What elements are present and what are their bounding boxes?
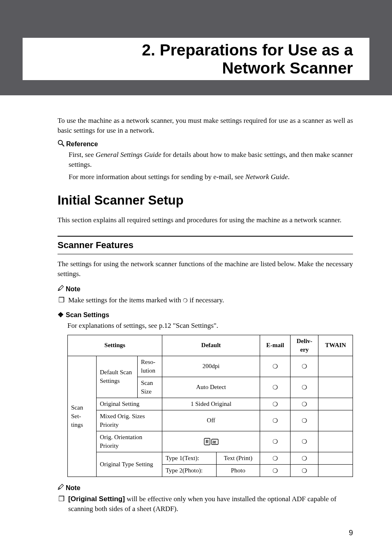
table-row: Mixed Orig. Sizes Priority Off ❍ ❍ (68, 410, 353, 431)
note-body-2: ❒ [Original Setting] will be effective o… (58, 494, 353, 514)
cell-scan-settings: Scan Set-tings (68, 356, 97, 477)
cell-type2-val: Photo (216, 464, 260, 477)
chapter-title-box: 2. Preparations for Use as a Network Sca… (23, 38, 369, 80)
table-row: Original Setting 1 Sided Original ❍ ❍ (68, 398, 353, 410)
square-bullet-icon: ❒ (58, 494, 68, 514)
cell-type1-val: Text (Print) (216, 452, 260, 464)
cell-mark: ❍ (291, 356, 318, 377)
table-row: Original Type Setting Type 1(Text): Text… (68, 452, 353, 464)
orientation-icons-icon: R R (204, 438, 219, 445)
svg-line-1 (62, 144, 64, 146)
cell-default-scan-settings: Default Scan Settings (97, 356, 138, 398)
cell-mark: ❍ (291, 452, 318, 464)
chapter-header-bar: 2. Preparations for Use as a Network Sca… (0, 0, 392, 95)
page-number: 9 (0, 528, 392, 538)
h3-body-text: The settings for using the network scann… (58, 259, 353, 279)
cell-empty (318, 410, 353, 431)
cell-resolution-default: 200dpi (162, 356, 260, 377)
svg-marker-10 (58, 484, 64, 489)
th-settings: Settings (68, 335, 162, 356)
table-row: Scan Set-tings Default Scan Settings Res… (68, 356, 353, 377)
note-label-2: Note (66, 484, 81, 493)
reference-p1: First, see General Settings Guide for de… (69, 150, 353, 170)
cell-mark: ❍ (260, 452, 291, 464)
reference-label: Reference (66, 140, 98, 149)
magnifier-icon (58, 140, 65, 149)
cell-mixed-orig-default: Off (162, 410, 260, 431)
cell-scan-size: Scan Size (138, 377, 162, 398)
section-heading-initial-scanner-setup: Initial Scanner Setup (58, 191, 353, 209)
note-2-text: [Original Setting] will be effective onl… (68, 494, 353, 514)
cell-orig-orientation-default: R R (162, 431, 260, 452)
cell-mixed-orig: Mixed Orig. Sizes Priority (97, 410, 162, 431)
svg-line-3 (59, 289, 60, 290)
table-row: Orig. Orientation Priority R R ❍ ❍ (68, 431, 353, 452)
scan-settings-heading: ❖ Scan Settings (58, 310, 353, 320)
cell-type1-label: Type 1(Text): (162, 452, 217, 464)
reference-p2: For more information about settings for … (69, 172, 353, 182)
h2-body-text: This section explains all required setti… (58, 215, 353, 225)
cell-mark: ❍ (291, 410, 318, 431)
scan-settings-table: Settings Default E-mail Deliv-ery TWAIN … (67, 335, 353, 477)
chapter-title-line-2: Network Scanner (222, 59, 353, 77)
cell-empty (318, 452, 353, 464)
pencil-icon (58, 484, 64, 493)
diamond-icon: ❖ (58, 310, 66, 320)
pencil-icon (58, 285, 64, 294)
th-twain: TWAIN (318, 335, 353, 356)
cell-mark: ❍ (291, 431, 318, 452)
note-1-text: Make settings for the items marked with … (68, 295, 224, 305)
intro-text: To use the machine as a network scanner,… (58, 116, 353, 136)
svg-point-0 (58, 140, 62, 144)
scan-settings-label: Scan Settings (66, 311, 109, 320)
cell-resolution: Reso-lution (138, 356, 162, 377)
chapter-title: 2. Preparations for Use as a Network Sca… (27, 41, 353, 77)
cell-mark: ❍ (260, 410, 291, 431)
cell-empty (318, 398, 353, 410)
cell-original-setting-default: 1 Sided Original (162, 398, 260, 410)
cell-mark: ❍ (291, 464, 318, 477)
reference-heading: Reference (58, 140, 353, 149)
note-heading-1: Note (58, 285, 353, 294)
svg-marker-2 (58, 286, 64, 291)
note-label-1: Note (66, 285, 81, 294)
th-delivery: Deliv-ery (291, 335, 318, 356)
note-heading-2: Note (58, 484, 353, 493)
cell-mark: ❍ (260, 464, 291, 477)
scan-settings-body: For explanations of settings, see p.12 "… (58, 321, 353, 331)
svg-text:R: R (205, 440, 209, 444)
cell-original-setting: Original Setting (97, 398, 162, 410)
cell-mark: ❍ (260, 398, 291, 410)
cell-empty (318, 377, 353, 398)
cell-mark: ❍ (291, 377, 318, 398)
cell-original-type: Original Type Setting (97, 452, 162, 477)
reference-body: First, see General Settings Guide for de… (58, 150, 353, 182)
cell-mark: ❍ (291, 398, 318, 410)
th-email: E-mail (260, 335, 291, 356)
cell-mark: ❍ (260, 431, 291, 452)
subsection-heading-scanner-features: Scanner Features (58, 236, 353, 255)
cell-empty (318, 356, 353, 377)
note-body-1: ❒ Make settings for the items marked wit… (58, 295, 353, 305)
svg-line-11 (59, 487, 60, 488)
cell-orig-orientation: Orig. Orientation Priority (97, 431, 162, 452)
cell-mark: ❍ (260, 356, 291, 377)
cell-empty (318, 464, 353, 477)
square-bullet-icon: ❒ (58, 295, 68, 305)
th-default: Default (162, 335, 260, 356)
cell-scan-size-default: Auto Detect (162, 377, 260, 398)
cell-mark: ❍ (260, 377, 291, 398)
svg-text:R: R (212, 440, 217, 443)
cell-type2-label: Type 2(Photo): (162, 464, 217, 477)
cell-empty (318, 431, 353, 452)
chapter-title-line-1: 2. Preparations for Use as a (142, 41, 353, 59)
